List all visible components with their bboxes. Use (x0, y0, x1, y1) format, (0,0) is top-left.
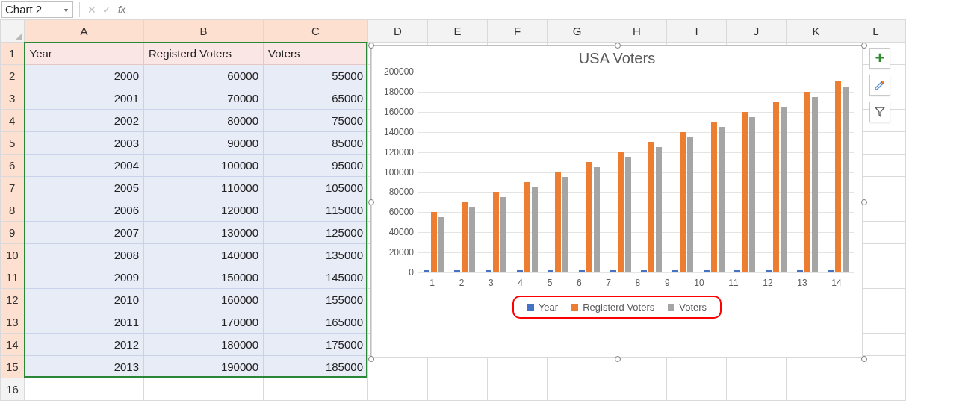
row-header-13[interactable]: 13 (1, 311, 25, 334)
column-header-A[interactable]: A (25, 20, 144, 43)
chart-bar-registered[interactable] (431, 212, 437, 272)
cell-E16[interactable] (428, 378, 488, 401)
chart-bar-voters[interactable] (781, 107, 787, 272)
cell-B13[interactable]: 170000 (144, 311, 264, 334)
chart-bar-registered[interactable] (586, 162, 592, 272)
chart-bar-group[interactable] (579, 162, 600, 272)
chart-bar-voters[interactable] (812, 97, 818, 272)
column-header-B[interactable]: B (144, 20, 264, 43)
chart-resize-handle[interactable] (368, 356, 374, 362)
row-header-10[interactable]: 10 (1, 244, 25, 266)
legend-item-voters[interactable]: Voters (668, 302, 707, 313)
formula-input[interactable] (139, 1, 980, 18)
cell-C8[interactable]: 115000 (264, 199, 368, 222)
cell-A5[interactable]: 2003 (25, 132, 144, 155)
cell-A1[interactable]: Year (25, 43, 144, 65)
chart-bar-year[interactable] (486, 270, 491, 272)
row-header-3[interactable]: 3 (1, 87, 25, 110)
chart-bar-group[interactable] (828, 81, 849, 272)
chart-bar-group[interactable] (424, 212, 444, 272)
cell-B9[interactable]: 130000 (144, 222, 264, 244)
chart-bar-registered[interactable] (835, 81, 841, 272)
cell-B16[interactable] (144, 378, 264, 401)
chart-bar-year[interactable] (797, 270, 803, 272)
chart-bar-voters[interactable] (843, 87, 849, 272)
chart-bar-registered[interactable] (680, 132, 686, 272)
cell-I16[interactable] (667, 378, 727, 401)
cell-C1[interactable]: Voters (264, 43, 368, 65)
cell-C3[interactable]: 65000 (264, 87, 368, 110)
cell-F16[interactable] (488, 378, 548, 401)
chart-bar-registered[interactable] (618, 152, 624, 272)
cell-B12[interactable]: 160000 (144, 289, 264, 311)
cell-A2[interactable]: 2000 (25, 65, 144, 87)
column-header-E[interactable]: E (428, 20, 488, 43)
chart-resize-handle[interactable] (368, 199, 374, 205)
chart-bar-group[interactable] (486, 192, 506, 272)
chart-bar-group[interactable] (672, 132, 693, 272)
chart-resize-handle[interactable] (861, 43, 867, 49)
chart-bar-registered[interactable] (711, 122, 717, 272)
chart-bar-group[interactable] (797, 92, 818, 272)
chart-elements-button[interactable]: + (869, 48, 890, 69)
cell-A3[interactable]: 2001 (25, 87, 144, 110)
cell-F15[interactable] (488, 356, 548, 378)
cell-K15[interactable] (787, 356, 846, 378)
chart-bar-voters[interactable] (500, 197, 506, 272)
cell-G16[interactable] (548, 378, 607, 401)
row-header-4[interactable]: 4 (1, 110, 25, 132)
cell-A9[interactable]: 2007 (25, 222, 144, 244)
name-box-dropdown-icon[interactable]: ▾ (61, 5, 71, 16)
chart-bar-group[interactable] (704, 122, 725, 272)
chart-bar-voters[interactable] (687, 137, 693, 272)
chart-bar-year[interactable] (641, 270, 647, 272)
chart-bar-year[interactable] (610, 270, 616, 272)
cell-H16[interactable] (607, 378, 667, 401)
column-header-K[interactable]: K (787, 20, 846, 43)
cell-L15[interactable] (846, 356, 906, 378)
chart-bar-voters[interactable] (469, 208, 475, 272)
chart-bar-registered[interactable] (648, 142, 654, 272)
chart-bar-year[interactable] (454, 270, 460, 272)
chart-bar-registered[interactable] (524, 182, 530, 272)
name-box[interactable]: Chart 2 ▾ (1, 1, 73, 18)
cell-D15[interactable] (368, 356, 428, 378)
cell-A15[interactable]: 2013 (25, 356, 144, 378)
chart-bar-voters[interactable] (656, 147, 662, 272)
chart-bar-group[interactable] (517, 182, 538, 272)
select-all-corner[interactable] (1, 20, 25, 43)
chart-bar-year[interactable] (766, 270, 772, 272)
cell-J15[interactable] (727, 356, 787, 378)
cell-I15[interactable] (667, 356, 727, 378)
cell-C2[interactable]: 55000 (264, 65, 368, 87)
column-header-D[interactable]: D (368, 20, 428, 43)
column-header-C[interactable]: C (264, 20, 368, 43)
cell-K16[interactable] (787, 378, 846, 401)
cell-B3[interactable]: 70000 (144, 87, 264, 110)
cell-A14[interactable]: 2012 (25, 334, 144, 356)
cell-B5[interactable]: 90000 (144, 132, 264, 155)
chart-bar-voters[interactable] (749, 117, 755, 272)
cell-J16[interactable] (727, 378, 787, 401)
column-header-F[interactable]: F (488, 20, 548, 43)
cell-B11[interactable]: 150000 (144, 266, 264, 289)
cell-C7[interactable]: 105000 (264, 177, 368, 199)
row-header-9[interactable]: 9 (1, 222, 25, 244)
chart-bar-voters[interactable] (625, 157, 631, 272)
cell-A7[interactable]: 2005 (25, 177, 144, 199)
cell-A4[interactable]: 2002 (25, 110, 144, 132)
row-header-6[interactable]: 6 (1, 155, 25, 177)
chart-bar-voters[interactable] (594, 167, 600, 272)
column-header-H[interactable]: H (607, 20, 667, 43)
chart-styles-button[interactable] (869, 75, 890, 96)
chart-bar-group[interactable] (454, 202, 475, 272)
chart-title[interactable]: USA Voters (371, 46, 863, 69)
row-header-8[interactable]: 8 (1, 199, 25, 222)
cell-A11[interactable]: 2009 (25, 266, 144, 289)
cell-E15[interactable] (428, 356, 488, 378)
column-header-I[interactable]: I (667, 20, 727, 43)
cell-C6[interactable]: 95000 (264, 155, 368, 177)
cell-C4[interactable]: 75000 (264, 110, 368, 132)
cell-B6[interactable]: 100000 (144, 155, 264, 177)
row-header-12[interactable]: 12 (1, 289, 25, 311)
